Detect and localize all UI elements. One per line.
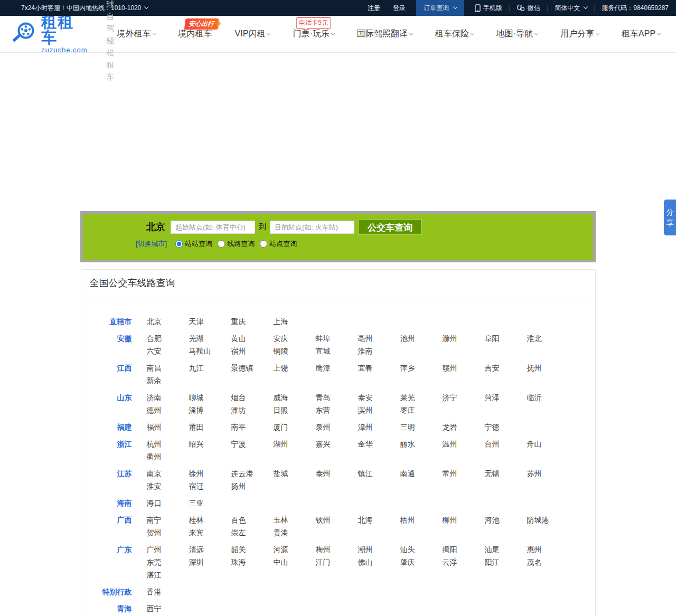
city-link[interactable]: 佛山 <box>358 556 400 568</box>
city-link[interactable]: 抚州 <box>527 362 569 374</box>
city-link[interactable]: 韶关 <box>231 543 274 556</box>
province-link[interactable]: 江西 <box>83 362 132 387</box>
city-link[interactable]: 吉安 <box>485 362 527 374</box>
nav-idl-translation[interactable]: 国际驾照翻译 <box>357 29 412 40</box>
province-link[interactable]: 广东 <box>83 543 132 581</box>
city-link[interactable]: 河池 <box>485 514 527 526</box>
city-link[interactable]: 阜阳 <box>485 332 527 345</box>
city-link[interactable]: 淄博 <box>189 404 231 416</box>
city-link[interactable]: 新余 <box>147 374 189 387</box>
city-link[interactable]: 防城港 <box>527 514 569 526</box>
city-link[interactable]: 衢州 <box>147 450 189 463</box>
city-link[interactable]: 茂名 <box>527 556 569 568</box>
city-link[interactable]: 北京 <box>147 315 189 328</box>
city-link[interactable]: 三明 <box>400 421 443 433</box>
nav-tickets-fun[interactable]: 电话卡9元 门票·玩乐 <box>293 29 334 40</box>
city-link[interactable]: 萍乡 <box>400 362 443 374</box>
city-link[interactable]: 亳州 <box>358 332 400 345</box>
city-link[interactable]: 潍坊 <box>231 404 274 416</box>
mode-route-query[interactable]: 线路查询 <box>218 239 255 249</box>
province-link[interactable]: 海南 <box>83 497 132 509</box>
city-link[interactable]: 连云港 <box>231 467 274 480</box>
city-link[interactable]: 滁州 <box>443 332 485 345</box>
city-link[interactable]: 泉州 <box>316 421 358 433</box>
city-link[interactable]: 东莞 <box>147 556 189 568</box>
city-link[interactable]: 钦州 <box>316 514 358 526</box>
wechat-link[interactable]: 微信 <box>511 4 546 13</box>
city-link[interactable]: 烟台 <box>231 391 274 404</box>
city-link[interactable]: 芜湖 <box>189 332 231 345</box>
province-link[interactable]: 福建 <box>83 421 132 433</box>
city-link[interactable]: 宁德 <box>485 421 527 433</box>
city-link[interactable]: 南通 <box>400 467 443 480</box>
city-link[interactable]: 日照 <box>274 404 316 416</box>
language-selector[interactable]: 简体中文 <box>549 4 593 13</box>
city-link[interactable]: 威海 <box>274 391 316 404</box>
city-link[interactable]: 淮南 <box>358 345 400 357</box>
city-link[interactable]: 宿州 <box>231 345 274 357</box>
route-query-radio[interactable] <box>218 240 225 248</box>
city-link[interactable]: 深圳 <box>189 556 231 568</box>
city-link[interactable]: 盐城 <box>274 467 316 480</box>
city-link[interactable]: 潮州 <box>358 543 400 556</box>
city-link[interactable]: 崇左 <box>231 526 274 539</box>
city-link[interactable]: 池州 <box>400 332 443 345</box>
nav-user-sharing[interactable]: 用户分享 <box>560 29 599 40</box>
city-link[interactable]: 湛江 <box>147 568 189 581</box>
register-link[interactable]: 注册 <box>361 0 387 16</box>
city-link[interactable]: 漳州 <box>358 421 400 433</box>
province-link[interactable]: 广西 <box>83 514 132 539</box>
city-link[interactable]: 上饶 <box>274 362 316 374</box>
nav-vip-flash-rental[interactable]: VIP闪租 <box>235 29 270 40</box>
city-link[interactable]: 海口 <box>147 497 189 509</box>
city-link[interactable]: 宣城 <box>316 345 358 357</box>
city-link[interactable]: 南宁 <box>147 514 189 526</box>
city-link[interactable]: 香港 <box>147 585 189 598</box>
city-link[interactable]: 菏泽 <box>485 391 527 404</box>
city-link[interactable]: 宁波 <box>231 438 274 450</box>
city-link[interactable]: 苏州 <box>527 467 569 480</box>
city-link[interactable]: 云浮 <box>443 556 485 568</box>
share-button[interactable]: 分享 <box>664 200 676 235</box>
city-link[interactable]: 枣庄 <box>400 404 443 416</box>
city-link[interactable]: 滨州 <box>358 404 400 416</box>
city-link[interactable]: 江门 <box>316 556 358 568</box>
logo[interactable]: 租租车 zuzuche.com <box>12 15 88 53</box>
city-link[interactable]: 厦门 <box>274 421 316 433</box>
province-link[interactable]: 特别行政 <box>83 585 132 598</box>
bus-query-button[interactable]: 公交车查询 <box>359 219 421 235</box>
city-link[interactable]: 济南 <box>147 391 189 404</box>
province-link[interactable]: 浙江 <box>83 438 132 463</box>
city-link[interactable]: 百色 <box>231 514 274 526</box>
city-link[interactable]: 南昌 <box>147 362 189 374</box>
city-link[interactable]: 重庆 <box>231 315 274 328</box>
city-link[interactable]: 铜陵 <box>274 345 316 357</box>
city-link[interactable]: 莆田 <box>189 421 231 433</box>
city-link[interactable]: 河源 <box>274 543 316 556</box>
city-link[interactable]: 来宾 <box>189 526 231 539</box>
city-link[interactable]: 丽水 <box>400 438 443 450</box>
city-link[interactable]: 临沂 <box>527 391 569 404</box>
city-link[interactable]: 镇江 <box>358 467 400 480</box>
city-link[interactable]: 梧州 <box>400 514 443 526</box>
city-link[interactable]: 中山 <box>274 556 316 568</box>
city-link[interactable]: 揭阳 <box>443 543 485 556</box>
city-link[interactable]: 济宁 <box>443 391 485 404</box>
city-link[interactable]: 安庆 <box>274 332 316 345</box>
province-link[interactable]: 安徽 <box>83 332 132 357</box>
city-link[interactable]: 金华 <box>358 438 400 450</box>
city-link[interactable]: 惠州 <box>527 543 569 556</box>
city-link[interactable]: 肇庆 <box>400 556 443 568</box>
city-link[interactable]: 贺州 <box>147 526 189 539</box>
city-link[interactable]: 九江 <box>189 362 231 374</box>
city-link[interactable]: 温州 <box>443 438 485 450</box>
city-link[interactable]: 龙岩 <box>443 421 485 433</box>
city-link[interactable]: 广州 <box>147 543 189 556</box>
order-query-menu[interactable]: 订单查询 <box>416 0 464 16</box>
city-link[interactable]: 扬州 <box>231 480 274 492</box>
city-link[interactable]: 莱芜 <box>400 391 443 404</box>
city-link[interactable]: 淮北 <box>527 332 569 345</box>
city-link[interactable]: 马鞍山 <box>189 345 231 357</box>
city-link[interactable]: 福州 <box>147 421 189 433</box>
city-link[interactable]: 宜春 <box>358 362 400 374</box>
